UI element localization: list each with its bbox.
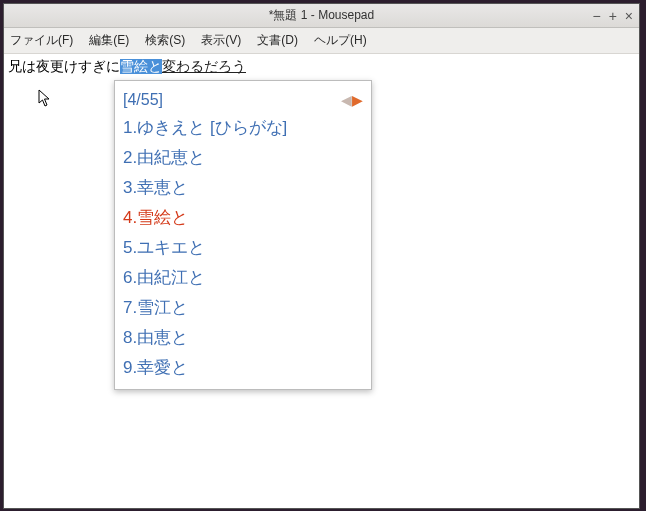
menu-document[interactable]: 文書(D) xyxy=(257,32,298,49)
app-window: *無題 1 - Mousepad − + × ファイル(F) 編集(E) 検索(… xyxy=(3,3,640,509)
menu-search[interactable]: 検索(S) xyxy=(145,32,185,49)
menu-view[interactable]: 表示(V) xyxy=(201,32,241,49)
close-button[interactable]: × xyxy=(625,9,633,23)
text-before: 兄は夜更けすぎに xyxy=(8,59,120,74)
ime-candidate-list: 1.ゆきえと [ひらがな]2.由紀恵と3.幸恵と4.雪絵と5.ユキエと6.由紀江… xyxy=(123,113,363,383)
menubar: ファイル(F) 編集(E) 検索(S) 表示(V) 文書(D) ヘルプ(H) xyxy=(4,28,639,54)
ime-page-indicator: [4/55] xyxy=(123,91,163,109)
titlebar[interactable]: *無題 1 - Mousepad − + × xyxy=(4,4,639,28)
ime-candidate[interactable]: 7.雪江と xyxy=(123,293,363,323)
text-content[interactable]: 兄は夜更けすぎに雪絵と変わるだろう xyxy=(8,58,635,76)
minimize-button[interactable]: − xyxy=(592,9,600,23)
ime-candidate[interactable]: 4.雪絵と xyxy=(123,203,363,233)
mouse-cursor-icon xyxy=(38,89,54,114)
ime-candidate[interactable]: 9.幸愛と xyxy=(123,353,363,383)
page-prev-icon[interactable]: ◀ xyxy=(341,93,352,107)
ime-candidate-popup: [4/55] ◀▶ 1.ゆきえと [ひらがな]2.由紀恵と3.幸恵と4.雪絵と5… xyxy=(114,80,372,390)
window-controls: − + × xyxy=(592,4,633,27)
menu-edit[interactable]: 編集(E) xyxy=(89,32,129,49)
page-next-icon[interactable]: ▶ xyxy=(352,93,363,107)
ime-candidate[interactable]: 8.由恵と xyxy=(123,323,363,353)
ime-pager: ◀▶ xyxy=(341,93,363,107)
text-selected: 雪絵と xyxy=(120,59,162,74)
text-editor[interactable]: 兄は夜更けすぎに雪絵と変わるだろう [4/55] ◀▶ 1.ゆきえと [ひらがな… xyxy=(4,54,639,508)
ime-candidate[interactable]: 1.ゆきえと [ひらがな] xyxy=(123,113,363,143)
ime-candidate[interactable]: 3.幸恵と xyxy=(123,173,363,203)
menu-help[interactable]: ヘルプ(H) xyxy=(314,32,367,49)
ime-candidate[interactable]: 5.ユキエと xyxy=(123,233,363,263)
ime-candidate[interactable]: 6.由紀江と xyxy=(123,263,363,293)
menu-file[interactable]: ファイル(F) xyxy=(10,32,73,49)
ime-candidate[interactable]: 2.由紀恵と xyxy=(123,143,363,173)
text-composing: 変わるだろう xyxy=(162,59,246,74)
ime-header: [4/55] ◀▶ xyxy=(123,87,363,113)
window-title: *無題 1 - Mousepad xyxy=(269,7,374,24)
maximize-button[interactable]: + xyxy=(609,9,617,23)
